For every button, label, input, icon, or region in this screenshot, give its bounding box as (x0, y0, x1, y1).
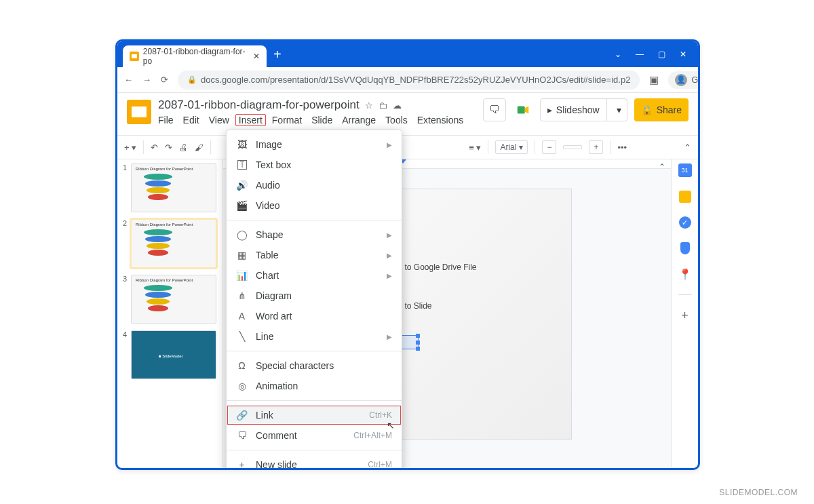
menu-item-special-chars[interactable]: ΩSpecial characters (227, 355, 402, 376)
video-icon: 🎬 (236, 200, 248, 211)
titlebar: 2087-01-ribbon-diagram-for-po ✕ + ⌄ — ▢ … (117, 41, 698, 67)
profile-chip[interactable]: 👤 Guest (668, 71, 700, 89)
menu-insert[interactable]: Insert (235, 114, 266, 126)
slide-number: 4 (121, 330, 127, 379)
menu-item-line[interactable]: ╲Line▶ (227, 326, 402, 347)
menu-item-video[interactable]: 🎬Video (227, 195, 402, 216)
url-text: docs.google.com/presentation/d/1SsVVQdUq… (201, 75, 630, 85)
slide-thumb-2[interactable]: Ribbon Diagram for PowerPoint (131, 219, 216, 268)
maps-icon[interactable]: 📍 (678, 268, 692, 281)
slides-logo[interactable] (127, 100, 151, 124)
close-window-icon[interactable]: ✕ (679, 50, 687, 59)
share-label: Share (657, 104, 682, 115)
menu-item-diagram[interactable]: ⋔Diagram (227, 286, 402, 306)
tab-title: 2087-01-ribbon-diagram-for-po (143, 47, 253, 66)
menu-item-wordart[interactable]: AWord art (227, 306, 402, 326)
link-icon: 🔗 (236, 410, 248, 421)
menu-item-audio[interactable]: 🔊Audio (227, 175, 402, 195)
meet-button[interactable] (513, 100, 533, 120)
menu-item-new-slide[interactable]: +New slideCtrl+M (227, 454, 402, 470)
menu-item-comment[interactable]: 🗨CommentCtrl+Alt+M (227, 425, 402, 446)
insert-menu-dropdown: 🖼Image▶ 🅃Text box 🔊Audio 🎬Video ◯Shape▶ … (226, 130, 402, 470)
submenu-arrow-icon: ▶ (387, 252, 392, 259)
keep-icon[interactable] (679, 191, 691, 203)
submenu-arrow-icon: ▶ (387, 231, 392, 239)
menu-file[interactable]: File (158, 115, 174, 125)
redo-icon[interactable]: ↷ (165, 142, 172, 153)
menu-item-animation[interactable]: ◎Animation (227, 376, 402, 396)
menu-extensions[interactable]: Extensions (417, 115, 463, 125)
slideshow-button[interactable]: ▸Slideshow ▾ (540, 98, 627, 121)
tasks-icon[interactable]: ✓ (679, 216, 691, 229)
slide-thumb-1[interactable]: Ribbon Diagram for PowerPoint (131, 163, 216, 212)
collapse-toolbar-icon[interactable]: ⌃ (684, 142, 691, 153)
menu-item-image[interactable]: 🖼Image▶ (227, 134, 402, 155)
shape-icon: ◯ (236, 229, 248, 240)
print-icon[interactable]: 🖨 (179, 142, 188, 153)
app-header: 2087-01-ribbon-diagram-for-powerpoint ☆ … (117, 93, 698, 135)
menu-arrange[interactable]: Arrange (342, 115, 376, 125)
font-size-plus[interactable]: + (589, 140, 603, 154)
menubar: File Edit View Insert Format Slide Arran… (158, 115, 483, 125)
browser-tab[interactable]: 2087-01-ribbon-diagram-for-po ✕ (123, 45, 267, 67)
reload-icon[interactable]: ⟳ (161, 75, 168, 85)
comment-icon: 🗨 (236, 430, 248, 441)
menu-item-chart[interactable]: 📊Chart▶ (227, 265, 402, 286)
slides-favicon (130, 52, 139, 61)
slide-thumb-4[interactable]: ■ SlideModel (131, 330, 216, 379)
extension-icon[interactable]: ▣ (649, 74, 659, 86)
slide-number: 1 (121, 163, 127, 212)
font-select[interactable]: Arial▾ (495, 140, 528, 154)
menu-item-textbox[interactable]: 🅃Text box (227, 155, 402, 175)
slide-number: 3 (121, 275, 127, 324)
shortcut-text: Ctrl+M (368, 460, 392, 469)
wordart-icon: A (236, 311, 248, 322)
doc-title[interactable]: 2087-01-ribbon-diagram-for-powerpoint (158, 98, 360, 112)
menu-item-shape[interactable]: ◯Shape▶ (227, 225, 402, 245)
close-tab-icon[interactable]: ✕ (253, 52, 260, 61)
side-panel: 31 ✓ 📍 + (671, 159, 698, 469)
new-slide-tool[interactable]: + ▾ (124, 142, 136, 153)
menu-edit[interactable]: Edit (183, 115, 199, 125)
font-size-minus[interactable]: − (542, 140, 556, 154)
move-icon[interactable]: 🗀 (379, 100, 387, 111)
menu-item-table[interactable]: ▦Table▶ (227, 245, 402, 265)
animation-icon: ◎ (236, 381, 248, 391)
font-size-field[interactable] (563, 145, 582, 149)
address-bar: ← → ⟳ 🔒 docs.google.com/presentation/d/1… (117, 67, 698, 93)
avatar-icon: 👤 (675, 74, 687, 86)
image-icon: 🖼 (236, 139, 248, 150)
menu-format[interactable]: Format (272, 115, 302, 125)
collapse-icon[interactable]: ⌃ (659, 162, 665, 172)
chevron-down-icon[interactable]: ⌄ (614, 50, 622, 59)
align-icon[interactable]: ≡ ▾ (469, 142, 481, 153)
omega-icon: Ω (236, 360, 248, 371)
contacts-icon[interactable] (680, 242, 690, 254)
comments-button[interactable]: 🗨 (483, 98, 506, 121)
minimize-icon[interactable]: — (636, 50, 644, 59)
menu-view[interactable]: View (209, 115, 229, 125)
calendar-icon[interactable]: 31 (678, 163, 692, 177)
menu-tools[interactable]: Tools (385, 115, 408, 125)
slide-thumb-3[interactable]: Ribbon Diagram for PowerPoint (131, 275, 216, 324)
table-icon: ▦ (236, 250, 248, 260)
new-tab-button[interactable]: + (273, 47, 282, 62)
cloud-status-icon[interactable]: ☁ (393, 100, 402, 111)
audio-icon: 🔊 (236, 180, 248, 191)
paint-format-icon[interactable]: 🖌 (195, 142, 204, 153)
menu-slide[interactable]: Slide (311, 115, 332, 125)
browser-window: 2087-01-ribbon-diagram-for-po ✕ + ⌄ — ▢ … (115, 39, 700, 470)
share-button[interactable]: 🔒 Share (634, 98, 689, 121)
undo-icon[interactable]: ↶ (151, 142, 158, 153)
slideshow-caret[interactable]: ▾ (611, 104, 627, 115)
lock-share-icon: 🔒 (641, 104, 653, 115)
back-icon[interactable]: ← (124, 75, 133, 85)
more-tools-icon[interactable]: ••• (617, 142, 627, 153)
star-icon[interactable]: ☆ (365, 100, 373, 111)
lock-icon: 🔒 (187, 75, 197, 84)
add-addon-icon[interactable]: + (681, 309, 689, 323)
maximize-icon[interactable]: ▢ (657, 50, 665, 59)
url-field[interactable]: 🔒 docs.google.com/presentation/d/1SsVVQd… (178, 71, 640, 90)
forward-icon[interactable]: → (142, 75, 151, 85)
menu-item-link[interactable]: 🔗LinkCtrl+K↖ (227, 405, 402, 425)
